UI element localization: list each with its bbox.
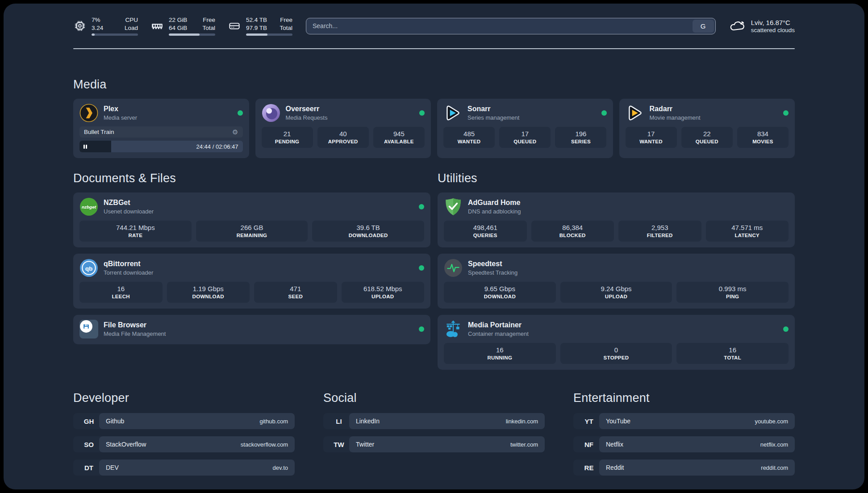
stat-value: 485 bbox=[445, 130, 493, 138]
link-twitter[interactable]: TWTwittertwitter.com bbox=[323, 436, 545, 452]
service-header-overseerr: OverseerrMedia Requests bbox=[262, 104, 425, 122]
service-card-radarr[interactable]: RadarrMovie management17WANTED22QUEUED83… bbox=[619, 99, 795, 158]
stat-blocked: 86,384BLOCKED bbox=[531, 221, 614, 242]
link-group-entertainment: EntertainmentYTYouTubeyoutube.comNFNetfl… bbox=[573, 391, 795, 476]
stat-value: 16 bbox=[446, 346, 554, 354]
service-stats: 16RUNNING0STOPPED16TOTAL bbox=[444, 343, 789, 364]
service-description: Media Requests bbox=[286, 114, 328, 121]
service-card-sonarr[interactable]: SonarrSeries management485WANTED17QUEUED… bbox=[437, 99, 613, 158]
svg-text:qb: qb bbox=[85, 265, 93, 272]
service-stats: 16LEECH1.19 GbpsDOWNLOAD471SEED618.52 Mb… bbox=[79, 282, 424, 303]
service-header-adguard-home: AdGuard HomeDNS and adblocking bbox=[444, 197, 789, 216]
media-cards: PlexMedia serverBullet Train⚙24:44 / 02:… bbox=[73, 99, 795, 158]
metric-ram-labels: FreeTotal bbox=[202, 16, 215, 32]
metric-ram-usage-bar bbox=[169, 33, 215, 36]
link-name: LinkedIn bbox=[356, 418, 380, 425]
link-url: youtube.com bbox=[755, 418, 788, 425]
link-body: Redditreddit.com bbox=[599, 460, 795, 476]
metric-value-line: 3.24 bbox=[92, 24, 103, 32]
pause-bar bbox=[86, 145, 87, 149]
stat-label: STOPPED bbox=[562, 355, 671, 360]
service-card-overseerr[interactable]: OverseerrMedia Requests21PENDING40APPROV… bbox=[255, 99, 431, 158]
link-list: LILinkedInlinkedin.comTWTwittertwitter.c… bbox=[323, 413, 545, 452]
stat-queries: 498,461QUERIES bbox=[444, 221, 527, 242]
service-card-plex[interactable]: PlexMedia serverBullet Train⚙24:44 / 02:… bbox=[73, 99, 249, 158]
metric-disk: 52.4 TB97.9 TBFreeTotal bbox=[228, 16, 292, 36]
link-linkedin[interactable]: LILinkedInlinkedin.com bbox=[323, 413, 545, 429]
metric-value-line: 7% bbox=[92, 16, 103, 24]
stat-label: APPROVED bbox=[319, 139, 367, 144]
link-url: reddit.com bbox=[761, 464, 788, 471]
ram-icon bbox=[150, 19, 164, 33]
link-github[interactable]: GHGithubgithub.com bbox=[73, 413, 295, 429]
stat-value: 618.52 Mbps bbox=[343, 285, 423, 292]
link-name: Github bbox=[106, 418, 124, 425]
documents-cards: nzbgetNZBGetUsenet downloader744.21 Mbps… bbox=[73, 192, 430, 344]
service-header-qbittorrent: qbqBittorrentTorrent downloader bbox=[79, 259, 424, 277]
playback-progress-fill bbox=[79, 141, 111, 152]
metric-value-line: 97.9 TB bbox=[246, 24, 267, 32]
status-dot-online bbox=[601, 110, 607, 116]
stat-label: FILTERED bbox=[620, 233, 700, 238]
search-input[interactable] bbox=[306, 22, 715, 29]
cpu-icon bbox=[73, 19, 87, 33]
stat-ping: 0.993 msPING bbox=[676, 282, 789, 303]
stat-rate: 744.21 MbpsRATE bbox=[79, 221, 192, 242]
stat-filtered: 2,953FILTERED bbox=[618, 221, 701, 242]
service-description: Media server bbox=[104, 114, 137, 121]
service-stats: 744.21 MbpsRATE266 GBREMAINING39.6 TBDOW… bbox=[79, 221, 424, 242]
link-list: GHGithubgithub.comSOStackOverflowstackov… bbox=[73, 413, 295, 476]
status-dot-online bbox=[419, 265, 424, 271]
stat-label: DOWNLOAD bbox=[169, 294, 248, 299]
service-stats: 498,461QUERIES86,384BLOCKED2,953FILTERED… bbox=[444, 221, 789, 242]
service-description: Series management bbox=[467, 114, 519, 121]
stat-value: 40 bbox=[319, 130, 367, 138]
metric-label-line: Free bbox=[202, 16, 215, 24]
link-list: YTYouTubeyoutube.comNFNetflixnetflix.com… bbox=[573, 413, 795, 476]
stat-label: TOTAL bbox=[678, 355, 787, 360]
link-name: Twitter bbox=[356, 441, 374, 448]
section-title-media: Media bbox=[73, 78, 795, 92]
link-url: linkedin.com bbox=[506, 418, 538, 425]
nzbget-icon: nzbget bbox=[79, 197, 98, 216]
playback-progress-bar[interactable]: 24:44 / 02:06:47 bbox=[79, 141, 243, 152]
stat-label: PENDING bbox=[263, 139, 311, 144]
gear-icon[interactable]: ⚙ bbox=[232, 129, 238, 135]
service-card-adguard-home[interactable]: AdGuard HomeDNS and adblocking498,461QUE… bbox=[438, 192, 795, 247]
stat-value: 2,953 bbox=[620, 224, 700, 231]
dashboard-main: Media PlexMedia serverBullet Train⚙24:44… bbox=[73, 78, 795, 476]
radarr-icon bbox=[626, 104, 644, 122]
service-header-media-portainer: Media PortainerContainer management bbox=[444, 320, 789, 338]
weather-widget: Lviv, 16.87°C scattered clouds bbox=[729, 19, 795, 33]
search-provider-button[interactable]: G bbox=[693, 20, 714, 33]
link-youtube[interactable]: YTYouTubeyoutube.com bbox=[573, 413, 795, 429]
stat-label: WANTED bbox=[445, 139, 493, 144]
link-body: DEVdev.to bbox=[99, 460, 295, 476]
weather-condition: scattered clouds bbox=[751, 27, 795, 33]
metric-ram-values: 22 GiB64 GiB bbox=[169, 16, 187, 32]
stat-label: WANTED bbox=[627, 139, 675, 144]
link-reddit[interactable]: RERedditreddit.com bbox=[573, 460, 795, 476]
portainer-icon bbox=[444, 320, 463, 338]
stat-value: 0 bbox=[562, 346, 671, 354]
link-netflix[interactable]: NFNetflixnetflix.com bbox=[573, 436, 795, 452]
service-card-nzbget[interactable]: nzbgetNZBGetUsenet downloader744.21 Mbps… bbox=[73, 192, 430, 247]
disk-icon bbox=[228, 19, 241, 33]
service-description: DNS and adblocking bbox=[468, 208, 521, 215]
stat-value: 1.19 Gbps bbox=[169, 285, 248, 292]
status-dot-online bbox=[238, 110, 243, 116]
link-stackoverflow[interactable]: SOStackOverflowstackoverflow.com bbox=[73, 436, 295, 452]
service-card-file-browser[interactable]: File BrowserMedia File Management bbox=[73, 315, 430, 344]
service-card-qbittorrent[interactable]: qbqBittorrentTorrent downloader16LEECH1.… bbox=[73, 254, 430, 309]
service-card-speedtest[interactable]: SpeedtestSpeedtest Tracking9.65 GbpsDOWN… bbox=[438, 254, 795, 309]
link-name: StackOverflow bbox=[106, 441, 146, 448]
link-dev[interactable]: DTDEVdev.to bbox=[73, 460, 295, 476]
link-name: Reddit bbox=[606, 464, 624, 471]
service-card-media-portainer[interactable]: Media PortainerContainer management16RUN… bbox=[438, 315, 795, 370]
stat-value: 266 GB bbox=[198, 224, 306, 231]
stat-running: 16RUNNING bbox=[444, 343, 556, 364]
stat-value: 22 bbox=[683, 130, 731, 138]
stat-upload: 618.52 MbpsUPLOAD bbox=[342, 282, 425, 303]
adguard-icon bbox=[444, 197, 463, 216]
stat-label: LATENCY bbox=[708, 233, 787, 238]
